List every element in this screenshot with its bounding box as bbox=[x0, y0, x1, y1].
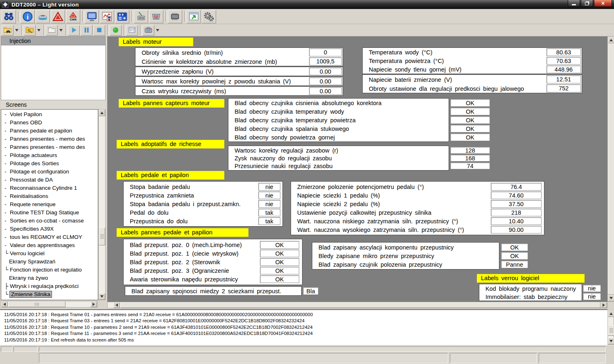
camera-button[interactable] bbox=[142, 25, 154, 36]
graph-record-button[interactable] bbox=[100, 10, 114, 23]
screens-list-item[interactable]: -Specificities A39X bbox=[1, 225, 98, 233]
scroll-up-button[interactable] bbox=[608, 37, 614, 43]
screens-list-item-label: Ekrany na żywo bbox=[9, 275, 48, 281]
screens-list-item-label: Pilotage actuateurs bbox=[10, 152, 57, 158]
control-panel-button[interactable] bbox=[115, 10, 129, 23]
main-hscrollbar[interactable] bbox=[107, 302, 607, 308]
main-vscrollbar[interactable] bbox=[607, 36, 614, 302]
folder-key-button[interactable] bbox=[24, 25, 36, 36]
screens-list-item[interactable]: -Reconnaissance Cylindre 1 bbox=[1, 184, 98, 192]
pause-button[interactable] bbox=[81, 25, 93, 36]
folder-key-dropdown-button[interactable] bbox=[36, 25, 41, 36]
info-button[interactable]: i bbox=[20, 10, 35, 23]
screens-list-item[interactable]: -Requete renerique bbox=[1, 200, 98, 209]
chip-button[interactable] bbox=[168, 10, 182, 23]
thumb-grip-icon bbox=[100, 234, 104, 239]
tree-branch-icon: - bbox=[5, 160, 10, 168]
record-button[interactable] bbox=[110, 25, 122, 36]
search-button[interactable] bbox=[2, 10, 16, 23]
screens-list-item[interactable]: └Zmienne Silnika bbox=[1, 290, 98, 299]
field-value: 12.51 bbox=[546, 75, 581, 83]
screens-list-item[interactable]: └Verrou logiciel bbox=[1, 249, 98, 258]
tree-branch-icon: - bbox=[5, 233, 10, 241]
window-title: DDT2000 – Light version bbox=[11, 2, 79, 8]
screens-list-item[interactable]: -Pilotage actuateurs bbox=[1, 151, 98, 160]
screens-list-item[interactable]: └Fonction injection et regulatio bbox=[1, 266, 98, 274]
screens-list-item[interactable]: Ekrany Sprawdzań bbox=[1, 258, 98, 266]
screens-list-item[interactable]: -Pannes OBD bbox=[1, 119, 98, 127]
screens-list-item[interactable]: -Sorties en co-ccbat - ccmasse bbox=[1, 217, 98, 225]
scroll-thumb[interactable] bbox=[120, 302, 600, 308]
tree-branch-icon: - bbox=[5, 135, 10, 143]
field-value: Bla bbox=[303, 287, 318, 295]
screens-list-item[interactable]: ├Wtrysk i regulacja prędkości bbox=[1, 282, 98, 290]
tree-branch-icon: ├ bbox=[5, 282, 10, 290]
tree-branch-icon: - bbox=[5, 143, 10, 151]
stop-button[interactable] bbox=[93, 25, 105, 36]
screen-button[interactable] bbox=[85, 10, 99, 23]
scroll-left-button[interactable] bbox=[113, 302, 120, 308]
field-value: 74.60 bbox=[491, 191, 542, 199]
scroll-thumb[interactable] bbox=[608, 43, 614, 295]
scroll-left-button[interactable] bbox=[1, 301, 8, 307]
chevron-down-icon bbox=[37, 29, 41, 31]
log-vscrollbar[interactable] bbox=[607, 310, 614, 345]
screens-list-item-label: Pilotage des Sorties bbox=[10, 160, 59, 166]
section-label-pannes_pedale: Labels pannes pedale et papilion bbox=[117, 228, 248, 237]
scroll-down-button[interactable] bbox=[608, 338, 614, 344]
window-export-button[interactable] bbox=[187, 10, 201, 23]
screens-list-item[interactable]: -tous les REGMOY et CLMOY bbox=[1, 233, 98, 241]
toolbar-separator bbox=[138, 24, 142, 36]
measure-button[interactable] bbox=[134, 10, 148, 23]
screens-list-item[interactable]: -Pilotage et configuration bbox=[1, 168, 98, 176]
screens-list-item[interactable]: -Reinitialisations bbox=[1, 192, 98, 200]
folder-vehicle-button[interactable] bbox=[2, 25, 14, 36]
status-panel bbox=[14, 346, 38, 352]
svg-text:i: i bbox=[27, 13, 29, 21]
tree-branch-icon: - bbox=[5, 110, 10, 119]
scroll-up-button[interactable] bbox=[99, 110, 105, 116]
screens-list-item[interactable]: -Volet Papilon bbox=[1, 110, 98, 119]
log-line: 11/05/2016 20:17:18 : Request Trame 11 -… bbox=[4, 330, 607, 337]
screens-list-item[interactable]: -Pannes pedale et papilon bbox=[1, 127, 98, 135]
scroll-up-button[interactable] bbox=[608, 310, 614, 317]
vehicle-button[interactable] bbox=[36, 10, 50, 23]
screens-list-item[interactable]: -Pannes presentes - memo des bbox=[1, 135, 98, 143]
screens-list-scrollbar[interactable] bbox=[98, 109, 106, 300]
close-button[interactable]: × bbox=[594, 0, 612, 7]
toolbar-separator bbox=[130, 10, 133, 22]
restore-button[interactable] bbox=[581, 0, 593, 7]
layout-button[interactable] bbox=[126, 25, 138, 36]
gears-button[interactable] bbox=[202, 10, 216, 23]
scroll-thumb[interactable] bbox=[8, 301, 65, 307]
camera-icon bbox=[144, 26, 153, 34]
connector-button[interactable] bbox=[149, 10, 163, 23]
sidebar-hscrollbar[interactable] bbox=[1, 301, 97, 308]
screens-list-item[interactable]: -Pannes presentes - memo des bbox=[1, 143, 98, 151]
scroll-thumb[interactable] bbox=[608, 325, 614, 336]
screen-icon bbox=[86, 11, 97, 22]
folder-vehicle-dropdown-button[interactable] bbox=[14, 25, 19, 36]
scroll-down-button[interactable] bbox=[608, 295, 614, 301]
minimize-button[interactable] bbox=[568, 0, 580, 7]
screens-list-item[interactable]: -Valeur des apprentissages bbox=[1, 241, 98, 249]
folder-new-button[interactable] bbox=[46, 25, 58, 36]
folder-new-dropdown-button[interactable] bbox=[58, 25, 63, 36]
scroll-right-button[interactable] bbox=[600, 302, 607, 308]
screens-list-item-label: Fonction injection et regulatio bbox=[10, 267, 82, 273]
play-button[interactable] bbox=[68, 25, 80, 36]
screens-list-item[interactable]: -Pressostat de DA bbox=[1, 176, 98, 184]
tree-branch-icon: └ bbox=[5, 249, 10, 258]
scroll-right-button[interactable] bbox=[90, 301, 97, 307]
toolbar-primary: iCAN bbox=[0, 9, 614, 24]
scroll-down-button[interactable] bbox=[99, 293, 105, 300]
screens-list-item[interactable]: -Pilotage des Sorties bbox=[1, 160, 98, 168]
can-warning-button[interactable]: CAN bbox=[66, 10, 80, 23]
fault-warning-button[interactable] bbox=[51, 10, 65, 23]
camera-dropdown-button[interactable] bbox=[155, 25, 160, 36]
tree-branch-icon: - bbox=[5, 151, 10, 160]
field-label: Blad obecny czujnika cisnienia absolutne… bbox=[228, 99, 449, 108]
scroll-thumb[interactable] bbox=[99, 227, 105, 245]
screens-list-item[interactable]: Ekrany na żywo bbox=[1, 274, 98, 282]
screens-list-item[interactable]: -Routine TEST Diag Statique bbox=[1, 209, 98, 217]
